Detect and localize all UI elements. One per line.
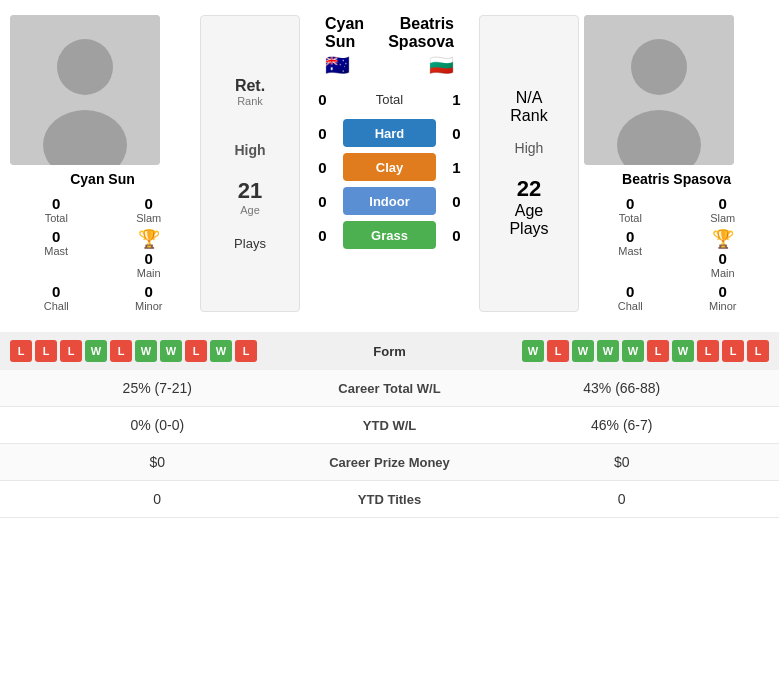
career-wl-right: 43% (66-88): [480, 380, 765, 396]
form-badge-w: W: [160, 340, 182, 362]
hard-left-score: 0: [310, 125, 335, 142]
right-age-value: 22: [517, 176, 541, 202]
svg-point-1: [57, 39, 113, 95]
form-badge-w: W: [85, 340, 107, 362]
left-age-label: Age: [240, 204, 260, 216]
right-player-avatar: [584, 15, 734, 165]
left-stat-slam: 0 Slam: [103, 195, 196, 224]
left-stats-grid: 0 Total 0 Slam 0 Mast 🏆 0 Main: [10, 195, 195, 312]
left-stat-total: 0 Total: [10, 195, 103, 224]
form-badge-l: L: [110, 340, 132, 362]
form-badge-l: L: [647, 340, 669, 362]
form-badge-l: L: [10, 340, 32, 362]
right-flag: 🇧🇬: [373, 53, 454, 77]
ytd-titles-right: 0: [480, 491, 765, 507]
ytd-wl-label: YTD W/L: [300, 418, 480, 433]
clay-score-row: 0 Clay 1: [310, 153, 469, 181]
left-flag: 🇦🇺: [325, 53, 373, 77]
form-badge-l: L: [547, 340, 569, 362]
total-left-score: 0: [310, 91, 335, 108]
ytd-titles-row: 0 YTD Titles 0: [0, 481, 779, 518]
left-header: Cyan Sun 🇦🇺: [325, 15, 373, 77]
right-stat-chall: 0 Chall: [584, 283, 677, 312]
left-rank-value: Ret.: [235, 77, 265, 95]
right-rank-label: Rank: [510, 107, 547, 125]
form-badge-l: L: [697, 340, 719, 362]
form-badge-l: L: [60, 340, 82, 362]
left-stat-chall: 0 Chall: [10, 283, 103, 312]
left-trophy-icon-cell: 🏆 0 Main: [103, 228, 196, 279]
total-right-score: 1: [444, 91, 469, 108]
stats-table: 25% (7-21) Career Total W/L 43% (66-88) …: [0, 370, 779, 518]
form-badge-l: L: [235, 340, 257, 362]
form-badge-l: L: [722, 340, 744, 362]
ytd-wl-left: 0% (0-0): [15, 417, 300, 433]
ytd-titles-label: YTD Titles: [300, 492, 480, 507]
grass-score-row: 0 Grass 0: [310, 221, 469, 249]
right-trophy-icon-cell: 🏆 0 Main: [677, 228, 770, 279]
form-badge-w: W: [135, 340, 157, 362]
left-player-name: Cyan Sun: [10, 171, 195, 187]
form-badge-l: L: [747, 340, 769, 362]
form-label: Form: [340, 344, 440, 359]
right-stat-total: 0 Total: [584, 195, 677, 224]
career-wl-row: 25% (7-21) Career Total W/L 43% (66-88): [0, 370, 779, 407]
total-score-row: 0 Total 1: [310, 85, 469, 113]
top-section: Cyan Sun 0 Total 0 Slam 0 Mast: [0, 0, 779, 322]
form-badge-w: W: [522, 340, 544, 362]
indoor-left-score: 0: [310, 193, 335, 210]
clay-badge: Clay: [343, 153, 436, 181]
form-badge-w: W: [622, 340, 644, 362]
prize-money-label: Career Prize Money: [300, 455, 480, 470]
left-rank-box: Ret. Rank High 21 Age Plays: [200, 15, 300, 312]
right-trophy-icon: 🏆: [712, 228, 734, 250]
grass-badge: Grass: [343, 221, 436, 249]
hard-score-row: 0 Hard 0: [310, 119, 469, 147]
center-area: Ret. Rank High 21 Age Plays Cyan Sun 🇦🇺: [195, 15, 584, 312]
prize-money-left: $0: [15, 454, 300, 470]
left-stat-mast: 0 Mast: [10, 228, 103, 279]
right-header: Beatris Spasova 🇧🇬: [373, 15, 454, 77]
prize-money-right: $0: [480, 454, 765, 470]
right-name-header: Beatris Spasova: [373, 15, 454, 51]
right-plays-label: Plays: [509, 220, 548, 238]
form-section: LLLWLWWLWL Form WLWWWLWLLL: [0, 332, 779, 370]
left-trophy-icon: 🏆: [138, 228, 160, 250]
right-stat-minor: 0 Minor: [677, 283, 770, 312]
clay-right-score: 1: [444, 159, 469, 176]
clay-badge-wrap: Clay: [335, 153, 444, 181]
career-wl-left: 25% (7-21): [15, 380, 300, 396]
hard-badge: Hard: [343, 119, 436, 147]
form-badge-w: W: [210, 340, 232, 362]
hard-badge-wrap: Hard: [335, 119, 444, 147]
left-player-area: Cyan Sun 0 Total 0 Slam 0 Mast: [10, 15, 195, 312]
ytd-wl-row: 0% (0-0) YTD W/L 46% (6-7): [0, 407, 779, 444]
score-area: Cyan Sun 🇦🇺 Beatris Spasova 🇧🇬 0 Total: [305, 15, 474, 312]
right-stats-grid: 0 Total 0 Slam 0 Mast 🏆 0 Main: [584, 195, 769, 312]
left-high-label: High: [234, 142, 265, 158]
left-age-value: 21: [238, 178, 262, 204]
indoor-badge: Indoor: [343, 187, 436, 215]
form-badge-w: W: [672, 340, 694, 362]
left-name-header: Cyan Sun: [325, 15, 373, 51]
total-badge: Total: [343, 85, 436, 113]
left-stat-minor: 0 Minor: [103, 283, 196, 312]
left-player-avatar: [10, 15, 160, 165]
form-badge-w: W: [572, 340, 594, 362]
grass-right-score: 0: [444, 227, 469, 244]
career-wl-label: Career Total W/L: [300, 381, 480, 396]
right-high-label: High: [515, 140, 544, 156]
top-inner: Cyan Sun 0 Total 0 Slam 0 Mast: [10, 15, 769, 312]
right-age-label: Age: [515, 202, 543, 220]
clay-left-score: 0: [310, 159, 335, 176]
ytd-wl-right: 46% (6-7): [480, 417, 765, 433]
hard-right-score: 0: [444, 125, 469, 142]
form-badge-w: W: [597, 340, 619, 362]
form-badge-l: L: [185, 340, 207, 362]
indoor-right-score: 0: [444, 193, 469, 210]
left-form-badges: LLLWLWWLWL: [10, 340, 340, 362]
right-form-badges: WLWWWLWLLL: [440, 340, 770, 362]
right-rank-box: N/A Rank High 22 Age Plays: [479, 15, 579, 312]
right-player-name: Beatris Spasova: [584, 171, 769, 187]
ytd-titles-left: 0: [15, 491, 300, 507]
